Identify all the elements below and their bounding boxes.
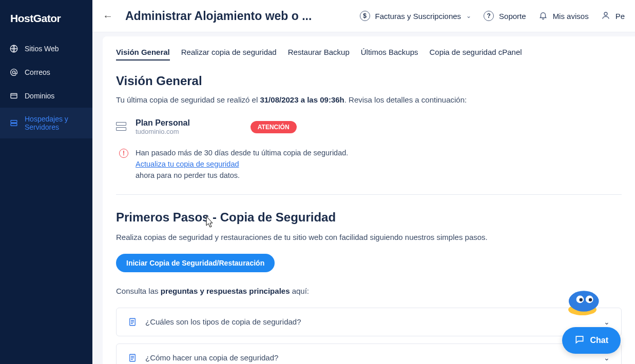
- svg-point-9: [569, 291, 599, 311]
- chevron-down-icon: ⌄: [604, 318, 610, 326]
- last-backup-text: Tu última copia de seguridad se realizó …: [116, 95, 622, 104]
- mascot-icon: [561, 287, 604, 315]
- alert-row: ! Han pasado más de 30 días desde tu últ…: [116, 148, 622, 181]
- chat-button[interactable]: Chat: [562, 327, 621, 354]
- brand-logo[interactable]: HostGator: [0, 0, 92, 37]
- attention-badge: ATENCIÓN: [251, 121, 297, 133]
- alert-line2: ahora para no perder tus datos.: [136, 170, 348, 181]
- sidebar-item-dominios[interactable]: Dominios: [0, 84, 92, 108]
- svg-point-13: [589, 298, 592, 301]
- svg-point-12: [580, 298, 583, 301]
- billing-link[interactable]: $ Facturas y Suscripciones ⌄: [360, 11, 472, 21]
- notices-link[interactable]: Mis avisos: [538, 11, 589, 22]
- content-card: Visión General Realizar copia de segurid…: [103, 36, 635, 364]
- update-backup-link[interactable]: Actualiza tu copia de seguridad: [136, 160, 239, 168]
- topbar: ← Administrar Alojamiento web o ... $ Fa…: [92, 0, 635, 32]
- tab-vision-general[interactable]: Visión General: [116, 48, 170, 60]
- faq-text: ¿Cómo hacer una copia de seguridad?: [145, 353, 595, 362]
- steps-heading: Primeros Pasos - Copia de Seguridad: [116, 210, 622, 225]
- faq-intro: Consulta las preguntas y respuestas prin…: [116, 287, 622, 295]
- alert-line1: Han pasado más de 30 días desde tu últim…: [136, 148, 348, 159]
- tab-cpanel[interactable]: Copia de seguridad cPanel: [429, 48, 522, 60]
- plan-row: Plan Personal tudominio.com ATENCIÓN: [116, 118, 622, 135]
- document-icon: [128, 317, 137, 327]
- support-link[interactable]: ? Soporte: [484, 11, 526, 21]
- sidebar-item-label: Hospedajes y Servidores: [25, 115, 83, 131]
- back-arrow-icon[interactable]: ←: [103, 10, 113, 22]
- document-icon: [128, 353, 137, 362]
- svg-rect-4: [11, 124, 17, 126]
- support-label: Soporte: [499, 12, 526, 21]
- svg-rect-3: [11, 120, 17, 123]
- at-icon: [9, 68, 18, 77]
- user-icon: [601, 11, 610, 22]
- plan-domain: tudominio.com: [136, 128, 190, 135]
- dollar-icon: $: [360, 11, 370, 21]
- chevron-down-icon: ⌄: [466, 12, 471, 19]
- profile-link[interactable]: Pe: [601, 11, 625, 22]
- globe-icon: [9, 44, 18, 53]
- divider: [116, 194, 622, 195]
- sidebar-item-label: Dominios: [25, 92, 54, 100]
- faq-text: ¿Cuáles son los tipos de copia de seguri…: [145, 317, 595, 326]
- faq-item-2[interactable]: ¿Cómo hacer una copia de seguridad? ⌄: [116, 343, 622, 364]
- tab-realizar-copia[interactable]: Realizar copia de seguridad: [181, 48, 277, 60]
- server-icon: [9, 118, 18, 128]
- chat-icon: [574, 334, 585, 347]
- chevron-down-icon: ⌄: [604, 354, 610, 362]
- billing-label: Facturas y Suscripciones: [375, 12, 461, 21]
- sidebar: HostGator Sitios Web Correos Dominios Ho…: [0, 0, 92, 364]
- sidebar-item-label: Correos: [25, 68, 50, 76]
- sidebar-item-sitios-web[interactable]: Sitios Web: [0, 37, 92, 60]
- svg-rect-2: [11, 94, 17, 98]
- plan-server-icon: [116, 122, 126, 132]
- domain-icon: [9, 91, 18, 100]
- steps-desc: Realiza copias de seguridad y restauraci…: [116, 232, 622, 244]
- chat-label: Chat: [590, 336, 608, 345]
- sidebar-item-correos[interactable]: Correos: [0, 60, 92, 84]
- page-title: Administrar Alojamiento web o ...: [125, 9, 312, 23]
- question-icon: ?: [484, 11, 494, 21]
- notices-label: Mis avisos: [553, 12, 589, 21]
- warning-icon: !: [119, 149, 128, 158]
- tab-ultimos-backups[interactable]: Últimos Backups: [361, 48, 418, 60]
- start-backup-button[interactable]: Iniciar Copia de Seguridad/Restauración: [116, 254, 275, 272]
- svg-point-5: [604, 12, 607, 15]
- sidebar-item-hospedajes[interactable]: Hospedajes y Servidores: [0, 108, 92, 138]
- svg-point-1: [12, 71, 15, 73]
- faq-item-1[interactable]: ¿Cuáles son los tipos de copia de seguri…: [116, 308, 622, 336]
- sidebar-item-label: Sitios Web: [25, 45, 59, 53]
- tabs: Visión General Realizar copia de segurid…: [116, 48, 622, 60]
- overview-heading: Visión General: [116, 74, 622, 88]
- tab-restaurar[interactable]: Restaurar Backup: [288, 48, 350, 60]
- main: ← Administrar Alojamiento web o ... $ Fa…: [92, 0, 635, 364]
- bell-icon: [538, 11, 548, 22]
- plan-name: Plan Personal: [136, 118, 190, 128]
- profile-label: Pe: [615, 12, 625, 21]
